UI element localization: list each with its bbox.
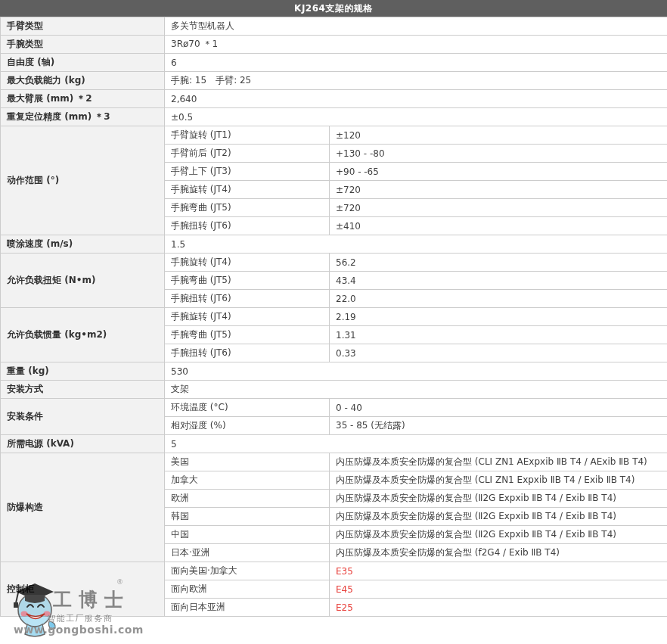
spec-value-cell: ±410 xyxy=(330,217,667,235)
spec-value-cell: 22.0 xyxy=(330,290,667,308)
spec-table-body: 手臂类型多关节型机器人手腕类型3Rø70 ＊1自由度 (轴)6最大负载能力 (k… xyxy=(1,17,667,617)
table-row: 安装方式支架 xyxy=(1,381,667,399)
spec-value-cell: 内压防爆及本质安全防爆的复合型 (Ⅱ2G Expxib ⅡB T4 / Exib… xyxy=(330,490,667,508)
spec-value-cell: E25 xyxy=(330,599,667,617)
spec-label-cell: 所需电源 (kVA) xyxy=(1,435,165,453)
spec-sub-label-cell: 手腕旋转 (JT4) xyxy=(165,308,330,326)
table-row: 手腕类型3Rø70 ＊1 xyxy=(1,36,667,54)
spec-sub-label-cell: 面向日本亚洲 xyxy=(165,599,330,617)
spec-value-cell: 内压防爆及本质安全防爆的复合型 (Ⅱ2G Expxib ⅡB T4 / Exib… xyxy=(330,526,667,544)
spec-value-cell: 5 xyxy=(165,435,667,453)
spec-sub-label-cell: 相对湿度 (%) xyxy=(165,417,330,435)
spec-label-cell: 允许负载扭矩 (N•m) xyxy=(1,254,165,308)
spec-sub-label-cell: 面向欧洲 xyxy=(165,580,330,599)
spec-value-cell: 手腕: 15 手臂: 25 xyxy=(165,72,667,90)
spec-value-cell: ±0.5 xyxy=(165,108,667,126)
spec-sub-label-cell: 面向美国·加拿大 xyxy=(165,562,330,580)
table-row: 喷涂速度 (m/s)1.5 xyxy=(1,235,667,254)
spec-value-cell: ±120 xyxy=(330,126,667,145)
table-row: 动作范围 (°)手臂旋转 (JT1)±120 xyxy=(1,126,667,145)
spec-label-cell: 喷涂速度 (m/s) xyxy=(1,235,165,254)
spec-sub-label-cell: 手腕弯曲 (JT5) xyxy=(165,199,330,217)
spec-value-cell: 2.19 xyxy=(330,308,667,326)
spec-sub-label-cell: 中国 xyxy=(165,526,330,544)
table-row: 允许负载惯量 (kg•m2)手腕旋转 (JT4)2.19 xyxy=(1,308,667,326)
spec-value-cell: 6 xyxy=(165,54,667,72)
spec-sub-label-cell: 手腕弯曲 (JT5) xyxy=(165,272,330,290)
spec-label-cell: 安装条件 xyxy=(1,399,165,435)
spec-sub-label-cell: 手腕扭转 (JT6) xyxy=(165,290,330,308)
spec-value-cell: 35 - 85 (无结露) xyxy=(330,417,667,435)
spec-sub-label-cell: 手腕旋转 (JT4) xyxy=(165,254,330,272)
table-row: 允许负载扭矩 (N•m)手腕旋转 (JT4)56.2 xyxy=(1,254,667,272)
spec-value-cell: 0.33 xyxy=(330,344,667,362)
spec-label-cell: 动作范围 (°) xyxy=(1,126,165,235)
spec-sub-label-cell: 手臂旋转 (JT1) xyxy=(165,126,330,145)
spec-label-cell: 防爆构造 xyxy=(1,453,165,562)
table-row: 所需电源 (kVA)5 xyxy=(1,435,667,453)
spec-label-cell: 手臂类型 xyxy=(1,17,165,36)
spec-label-cell: 最大臂展 (mm) ＊2 xyxy=(1,90,165,108)
spec-sub-label-cell: 手腕弯曲 (JT5) xyxy=(165,326,330,344)
spec-label-cell: 允许负载惯量 (kg•m2) xyxy=(1,308,165,362)
spec-sub-label-cell: 日本·亚洲 xyxy=(165,544,330,562)
spec-value-cell: E35 xyxy=(330,562,667,580)
spec-label-cell: 手腕类型 xyxy=(1,36,165,54)
spec-sub-label-cell: 手腕旋转 (JT4) xyxy=(165,181,330,199)
table-title: KJ264支架的规格 xyxy=(0,0,667,17)
spec-label-cell: 重复定位精度 (mm) ＊3 xyxy=(1,108,165,126)
spec-value-cell: 1.5 xyxy=(165,235,667,254)
spec-label-cell: 控制柜 xyxy=(1,562,165,617)
spec-value-cell: E45 xyxy=(330,580,667,599)
table-row: 安装条件环境温度 (°C)0 - 40 xyxy=(1,399,667,417)
table-row: 防爆构造美国内压防爆及本质安全防爆的复合型 (CLI ZN1 AExpxib Ⅱ… xyxy=(1,453,667,471)
table-row: 手臂类型多关节型机器人 xyxy=(1,17,667,36)
table-row: 重量 (kg)530 xyxy=(1,362,667,381)
spec-sub-label-cell: 手臂上下 (JT3) xyxy=(165,163,330,181)
table-row: 自由度 (轴)6 xyxy=(1,54,667,72)
spec-value-cell: 1.31 xyxy=(330,326,667,344)
table-row: 最大负载能力 (kg)手腕: 15 手臂: 25 xyxy=(1,72,667,90)
spec-value-cell: 43.4 xyxy=(330,272,667,290)
spec-value-cell: ±720 xyxy=(330,199,667,217)
table-row: 最大臂展 (mm) ＊22,640 xyxy=(1,90,667,108)
spec-sub-label-cell: 环境温度 (°C) xyxy=(165,399,330,417)
spec-value-cell: +90 - -65 xyxy=(330,163,667,181)
spec-table: 手臂类型多关节型机器人手腕类型3Rø70 ＊1自由度 (轴)6最大负载能力 (k… xyxy=(0,17,667,617)
spec-sub-label-cell: 手臂前后 (JT2) xyxy=(165,145,330,163)
spec-value-cell: 530 xyxy=(165,362,667,381)
spec-value-cell: 0 - 40 xyxy=(330,399,667,417)
spec-value-cell: 内压防爆及本质安全防爆的复合型 (f2G4 / Exib ⅡB T4) xyxy=(330,544,667,562)
spec-value-cell: 内压防爆及本质安全防爆的复合型 (CLI ZN1 Expxib ⅡB T4 / … xyxy=(330,471,667,490)
spec-value-cell: 2,640 xyxy=(165,90,667,108)
spec-value-cell: +130 - -80 xyxy=(330,145,667,163)
watermark-url: www.gongboshi.com xyxy=(14,624,144,636)
spec-label-cell: 最大负载能力 (kg) xyxy=(1,72,165,90)
spec-value-cell: ±720 xyxy=(330,181,667,199)
spec-value-cell: 3Rø70 ＊1 xyxy=(165,36,667,54)
spec-sub-label-cell: 加拿大 xyxy=(165,471,330,490)
spec-page: KJ264支架的规格 手臂类型多关节型机器人手腕类型3Rø70 ＊1自由度 (轴… xyxy=(0,0,667,644)
spec-label-cell: 安装方式 xyxy=(1,381,165,399)
table-row: 重复定位精度 (mm) ＊3±0.5 xyxy=(1,108,667,126)
spec-sub-label-cell: 韩国 xyxy=(165,508,330,526)
spec-value-cell: 多关节型机器人 xyxy=(165,17,667,36)
spec-label-cell: 自由度 (轴) xyxy=(1,54,165,72)
spec-sub-label-cell: 手腕扭转 (JT6) xyxy=(165,344,330,362)
spec-label-cell: 重量 (kg) xyxy=(1,362,165,381)
spec-value-cell: 支架 xyxy=(165,381,667,399)
spec-sub-label-cell: 手腕扭转 (JT6) xyxy=(165,217,330,235)
spec-value-cell: 内压防爆及本质安全防爆的复合型 (CLI ZN1 AExpxib ⅡB T4 /… xyxy=(330,453,667,471)
table-row: 控制柜面向美国·加拿大E35 xyxy=(1,562,667,580)
spec-value-cell: 内压防爆及本质安全防爆的复合型 (Ⅱ2G Expxib ⅡB T4 / Exib… xyxy=(330,508,667,526)
spec-value-cell: 56.2 xyxy=(330,254,667,272)
spec-sub-label-cell: 美国 xyxy=(165,453,330,471)
spec-sub-label-cell: 欧洲 xyxy=(165,490,330,508)
